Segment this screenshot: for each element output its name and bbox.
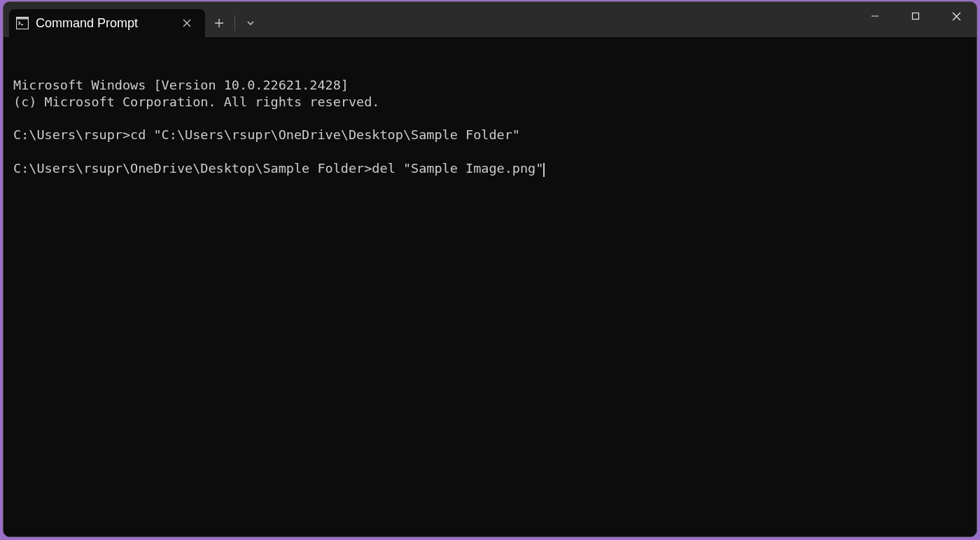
maximize-button[interactable] <box>895 2 936 30</box>
close-window-button[interactable] <box>936 2 976 30</box>
terminal-line: Microsoft Windows [Version 10.0.22621.24… <box>13 77 967 94</box>
plus-icon <box>214 18 224 28</box>
terminal-line: C:\Users\rsupr>cd "C:\Users\rsupr\OneDri… <box>13 127 967 143</box>
minimize-icon <box>871 12 879 20</box>
tab-title: Command Prompt <box>36 16 172 31</box>
maximize-icon <box>911 12 920 20</box>
tab-actions <box>208 9 262 37</box>
svg-rect-2 <box>17 17 28 19</box>
terminal-line <box>13 111 967 127</box>
text-cursor <box>543 163 545 177</box>
new-tab-button[interactable] <box>208 12 230 34</box>
close-icon <box>952 12 961 21</box>
terminal-line: (c) Microsoft Corporation. All rights re… <box>13 94 967 111</box>
terminal-window: Command Prompt Mi <box>3 1 977 537</box>
close-icon <box>183 19 191 27</box>
tab-close-button[interactable] <box>178 15 195 31</box>
terminal-line <box>13 143 967 160</box>
titlebar[interactable]: Command Prompt <box>4 2 976 37</box>
current-input: del "Sample Image.png" <box>372 161 543 176</box>
prompt: C:\Users\rsupr\OneDrive\Desktop\Sample F… <box>13 161 372 176</box>
minimize-button[interactable] <box>855 2 895 30</box>
tab-command-prompt[interactable]: Command Prompt <box>9 9 205 37</box>
divider <box>234 15 235 31</box>
tab-dropdown-button[interactable] <box>239 12 262 34</box>
terminal-output[interactable]: Microsoft Windows [Version 10.0.22621.24… <box>4 37 976 537</box>
window-controls <box>855 2 976 30</box>
command-prompt-icon <box>16 17 29 29</box>
chevron-down-icon <box>246 19 255 27</box>
terminal-history: Microsoft Windows [Version 10.0.22621.24… <box>13 77 967 159</box>
svg-rect-5 <box>913 13 919 20</box>
